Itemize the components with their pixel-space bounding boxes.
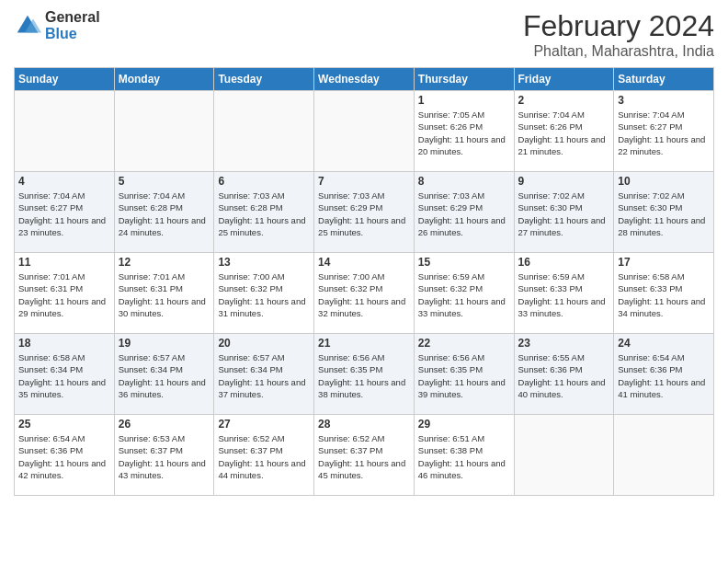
day-number: 3 (618, 94, 710, 107)
day-number: 8 (418, 175, 510, 188)
calendar-cell: 26Sunrise: 6:53 AMSunset: 6:37 PMDayligh… (114, 415, 214, 496)
day-number: 12 (119, 256, 210, 269)
calendar-cell: 25Sunrise: 6:54 AMSunset: 6:36 PMDayligh… (15, 415, 115, 496)
calendar-cell: 7Sunrise: 7:03 AMSunset: 6:29 PMDaylight… (314, 172, 415, 253)
logo-text: General Blue (45, 9, 100, 41)
day-number: 24 (618, 337, 710, 350)
title-block: February 2024 Phaltan, Maharashtra, Indi… (523, 9, 714, 60)
day-number: 16 (518, 256, 610, 269)
day-number: 11 (18, 256, 110, 269)
calendar-cell (514, 415, 614, 496)
calendar-week-row: 18Sunrise: 6:58 AMSunset: 6:34 PMDayligh… (15, 334, 714, 415)
day-info: Sunrise: 7:02 AMSunset: 6:30 PMDaylight:… (618, 190, 705, 237)
calendar-header-row: SundayMondayTuesdayWednesdayThursdayFrid… (15, 68, 714, 91)
day-info: Sunrise: 7:04 AMSunset: 6:28 PMDaylight:… (119, 190, 206, 237)
header-thursday: Thursday (414, 68, 514, 91)
calendar-cell: 15Sunrise: 6:59 AMSunset: 6:32 PMDayligh… (414, 253, 514, 334)
day-info: Sunrise: 7:02 AMSunset: 6:30 PMDaylight:… (518, 190, 606, 237)
day-number: 10 (618, 175, 710, 188)
calendar-cell: 23Sunrise: 6:55 AMSunset: 6:36 PMDayligh… (514, 334, 614, 415)
calendar-cell: 18Sunrise: 6:58 AMSunset: 6:34 PMDayligh… (15, 334, 115, 415)
header-friday: Friday (514, 68, 614, 91)
day-number: 23 (518, 337, 610, 350)
day-number: 9 (518, 175, 610, 188)
calendar-week-row: 1Sunrise: 7:05 AMSunset: 6:26 PMDaylight… (15, 91, 714, 172)
day-info: Sunrise: 6:58 AMSunset: 6:34 PMDaylight:… (18, 352, 106, 399)
header-monday: Monday (114, 68, 214, 91)
day-info: Sunrise: 7:04 AMSunset: 6:26 PMDaylight:… (518, 109, 606, 156)
day-number: 18 (18, 337, 110, 350)
day-number: 14 (318, 256, 410, 269)
logo-blue: Blue (45, 26, 100, 42)
day-info: Sunrise: 7:03 AMSunset: 6:29 PMDaylight:… (318, 190, 405, 237)
calendar-cell: 22Sunrise: 6:56 AMSunset: 6:35 PMDayligh… (414, 334, 514, 415)
day-number: 21 (318, 337, 410, 350)
day-number: 20 (218, 337, 310, 350)
header-saturday: Saturday (614, 68, 714, 91)
calendar-cell: 12Sunrise: 7:01 AMSunset: 6:31 PMDayligh… (114, 253, 214, 334)
location-title: Phaltan, Maharashtra, India (523, 43, 714, 60)
day-info: Sunrise: 6:57 AMSunset: 6:34 PMDaylight:… (218, 352, 305, 399)
calendar-table: SundayMondayTuesdayWednesdayThursdayFrid… (14, 67, 714, 496)
day-info: Sunrise: 7:05 AMSunset: 6:26 PMDaylight:… (418, 109, 506, 156)
calendar-cell: 24Sunrise: 6:54 AMSunset: 6:36 PMDayligh… (614, 334, 714, 415)
day-number: 26 (119, 418, 210, 431)
logo-general: General (45, 9, 100, 26)
calendar-cell: 3Sunrise: 7:04 AMSunset: 6:27 PMDaylight… (614, 91, 714, 172)
calendar-cell: 13Sunrise: 7:00 AMSunset: 6:32 PMDayligh… (214, 253, 314, 334)
calendar-cell: 4Sunrise: 7:04 AMSunset: 6:27 PMDaylight… (15, 172, 115, 253)
day-number: 7 (318, 175, 410, 188)
day-info: Sunrise: 6:52 AMSunset: 6:37 PMDaylight:… (218, 433, 305, 480)
calendar-cell: 8Sunrise: 7:03 AMSunset: 6:29 PMDaylight… (414, 172, 514, 253)
calendar-week-row: 25Sunrise: 6:54 AMSunset: 6:36 PMDayligh… (15, 415, 714, 496)
calendar-cell: 1Sunrise: 7:05 AMSunset: 6:26 PMDaylight… (414, 91, 514, 172)
calendar-cell: 11Sunrise: 7:01 AMSunset: 6:31 PMDayligh… (15, 253, 115, 334)
day-info: Sunrise: 6:57 AMSunset: 6:34 PMDaylight:… (119, 352, 206, 399)
calendar-cell: 9Sunrise: 7:02 AMSunset: 6:30 PMDaylight… (514, 172, 614, 253)
calendar-cell (114, 91, 214, 172)
day-info: Sunrise: 6:54 AMSunset: 6:36 PMDaylight:… (618, 352, 705, 399)
calendar-cell: 27Sunrise: 6:52 AMSunset: 6:37 PMDayligh… (214, 415, 314, 496)
calendar-cell (614, 415, 714, 496)
calendar-week-row: 4Sunrise: 7:04 AMSunset: 6:27 PMDaylight… (15, 172, 714, 253)
calendar-cell: 19Sunrise: 6:57 AMSunset: 6:34 PMDayligh… (114, 334, 214, 415)
day-info: Sunrise: 6:56 AMSunset: 6:35 PMDaylight:… (318, 352, 405, 399)
day-number: 4 (18, 175, 110, 188)
day-number: 29 (418, 418, 510, 431)
calendar-cell: 17Sunrise: 6:58 AMSunset: 6:33 PMDayligh… (614, 253, 714, 334)
calendar-cell: 6Sunrise: 7:03 AMSunset: 6:28 PMDaylight… (214, 172, 314, 253)
calendar-week-row: 11Sunrise: 7:01 AMSunset: 6:31 PMDayligh… (15, 253, 714, 334)
day-info: Sunrise: 6:59 AMSunset: 6:33 PMDaylight:… (518, 271, 606, 318)
calendar-cell: 14Sunrise: 7:00 AMSunset: 6:32 PMDayligh… (314, 253, 415, 334)
day-info: Sunrise: 7:03 AMSunset: 6:28 PMDaylight:… (218, 190, 305, 237)
day-number: 22 (418, 337, 510, 350)
day-number: 6 (218, 175, 310, 188)
logo: General Blue (14, 9, 100, 41)
day-info: Sunrise: 6:54 AMSunset: 6:36 PMDaylight:… (18, 433, 106, 480)
day-info: Sunrise: 7:04 AMSunset: 6:27 PMDaylight:… (618, 109, 705, 156)
day-number: 28 (318, 418, 410, 431)
calendar-cell: 29Sunrise: 6:51 AMSunset: 6:38 PMDayligh… (414, 415, 514, 496)
day-number: 5 (119, 175, 210, 188)
day-info: Sunrise: 7:01 AMSunset: 6:31 PMDaylight:… (18, 271, 106, 318)
day-info: Sunrise: 6:53 AMSunset: 6:37 PMDaylight:… (119, 433, 206, 480)
day-info: Sunrise: 7:04 AMSunset: 6:27 PMDaylight:… (18, 190, 106, 237)
header-sunday: Sunday (15, 68, 115, 91)
calendar-cell: 21Sunrise: 6:56 AMSunset: 6:35 PMDayligh… (314, 334, 415, 415)
day-info: Sunrise: 7:00 AMSunset: 6:32 PMDaylight:… (318, 271, 405, 318)
calendar-cell (15, 91, 115, 172)
day-info: Sunrise: 6:59 AMSunset: 6:32 PMDaylight:… (418, 271, 506, 318)
calendar-cell: 28Sunrise: 6:52 AMSunset: 6:37 PMDayligh… (314, 415, 415, 496)
day-info: Sunrise: 6:55 AMSunset: 6:36 PMDaylight:… (518, 352, 606, 399)
logo-icon (14, 12, 41, 40)
calendar-cell (214, 91, 314, 172)
day-number: 17 (618, 256, 710, 269)
calendar-cell: 16Sunrise: 6:59 AMSunset: 6:33 PMDayligh… (514, 253, 614, 334)
header-tuesday: Tuesday (214, 68, 314, 91)
day-number: 2 (518, 94, 610, 107)
day-number: 13 (218, 256, 310, 269)
day-number: 1 (418, 94, 510, 107)
day-number: 19 (119, 337, 210, 350)
header-wednesday: Wednesday (314, 68, 415, 91)
month-year-title: February 2024 (523, 9, 714, 43)
